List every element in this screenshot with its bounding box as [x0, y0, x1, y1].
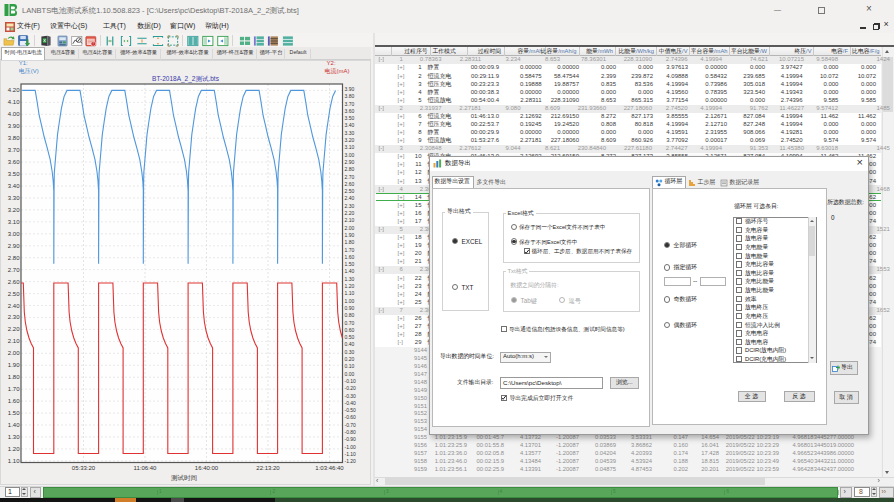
svg-text:2.80: 2.80 — [8, 255, 20, 261]
svg-text:2.70: 2.70 — [8, 267, 20, 273]
svg-text:05:33:20: 05:33:20 — [72, 465, 96, 471]
svg-text:-0.60: -0.60 — [345, 414, 357, 420]
svg-text:1.50: 1.50 — [8, 410, 20, 416]
svg-text:-1.00: -1.00 — [345, 444, 357, 450]
svg-text:0.90: 0.90 — [345, 305, 355, 311]
svg-text:4.20: 4.20 — [8, 87, 20, 93]
svg-text:3.70: 3.70 — [8, 147, 20, 153]
svg-text:-0.90: -0.90 — [345, 436, 357, 442]
svg-text:3.10: 3.10 — [8, 219, 20, 225]
svg-text:3.20: 3.20 — [345, 137, 355, 143]
svg-text:0.60: 0.60 — [345, 327, 355, 333]
svg-text:1.70: 1.70 — [345, 247, 355, 253]
svg-text:1.90: 1.90 — [8, 362, 20, 368]
svg-text:2.40: 2.40 — [345, 195, 355, 201]
svg-text:1.60: 1.60 — [345, 254, 355, 260]
svg-text:3.20: 3.20 — [8, 207, 20, 213]
svg-text:1.00: 1.00 — [345, 298, 355, 304]
svg-text:0.20: 0.20 — [345, 356, 355, 362]
svg-text:1.30: 1.30 — [345, 276, 355, 282]
svg-text:3.60: 3.60 — [8, 159, 20, 165]
svg-text:-0.30: -0.30 — [345, 393, 357, 399]
svg-text:-0.40: -0.40 — [345, 400, 357, 406]
svg-text:1.40: 1.40 — [345, 268, 355, 274]
svg-text:1.90: 1.90 — [345, 232, 355, 238]
svg-text:2.70: 2.70 — [345, 174, 355, 180]
svg-text:2.60: 2.60 — [8, 279, 20, 285]
svg-text:!: ! — [93, 41, 94, 46]
svg-text:-0.50: -0.50 — [345, 407, 357, 413]
svg-text:3.00: 3.00 — [8, 231, 20, 237]
svg-text:0.30: 0.30 — [345, 349, 355, 355]
svg-text:1.80: 1.80 — [8, 374, 20, 380]
svg-text:3.90: 3.90 — [8, 123, 20, 129]
svg-text:测试时间: 测试时间 — [171, 474, 197, 482]
svg-text:1.10: 1.10 — [345, 290, 355, 296]
svg-text:2.50: 2.50 — [8, 291, 20, 297]
svg-text:3.90: 3.90 — [345, 86, 355, 92]
svg-text:1.20: 1.20 — [345, 283, 355, 289]
svg-text:2.90: 2.90 — [345, 159, 355, 165]
svg-text:2.50: 2.50 — [345, 188, 355, 194]
svg-text:0.70: 0.70 — [345, 320, 355, 326]
svg-text:2.90: 2.90 — [8, 243, 20, 249]
svg-text:0.00: 0.00 — [345, 371, 355, 377]
svg-text:3.30: 3.30 — [345, 130, 355, 136]
svg-text:2.00: 2.00 — [345, 225, 355, 231]
svg-text:1.80: 1.80 — [345, 239, 355, 245]
svg-text:2.60: 2.60 — [345, 181, 355, 187]
svg-text:3.80: 3.80 — [345, 93, 355, 99]
svg-text:3.40: 3.40 — [345, 122, 355, 128]
svg-text:1.30: 1.30 — [8, 434, 20, 440]
svg-text:2.30: 2.30 — [345, 203, 355, 209]
svg-text:22:13:20: 22:13:20 — [256, 465, 280, 471]
svg-text:4.10: 4.10 — [8, 99, 20, 105]
svg-text:2.10: 2.10 — [345, 217, 355, 223]
svg-text:2.00: 2.00 — [8, 350, 20, 356]
svg-text:3.80: 3.80 — [8, 135, 20, 141]
svg-text:-0.70: -0.70 — [345, 422, 357, 428]
svg-text:3.50: 3.50 — [345, 115, 355, 121]
svg-text:4.00: 4.00 — [8, 111, 20, 117]
svg-text:0.80: 0.80 — [345, 312, 355, 318]
svg-text:3.00: 3.00 — [345, 152, 355, 158]
svg-text:2.20: 2.20 — [8, 326, 20, 332]
svg-text:0.10: 0.10 — [345, 363, 355, 369]
svg-text:1.40: 1.40 — [8, 422, 20, 428]
svg-text:2.20: 2.20 — [345, 210, 355, 216]
svg-text:1.60: 1.60 — [8, 398, 20, 404]
svg-text:1.10: 1.10 — [8, 458, 20, 464]
svg-text:-0.10: -0.10 — [345, 378, 357, 384]
svg-text:2.10: 2.10 — [8, 338, 20, 344]
svg-text:3.10: 3.10 — [345, 144, 355, 150]
svg-text:0.50: 0.50 — [345, 334, 355, 340]
svg-text:-0.20: -0.20 — [345, 385, 357, 391]
svg-text:0.40: 0.40 — [345, 341, 355, 347]
svg-text:2.80: 2.80 — [345, 166, 355, 172]
svg-text:3.70: 3.70 — [345, 101, 355, 107]
svg-text:11:06:40: 11:06:40 — [134, 465, 158, 471]
svg-text:-1.10: -1.10 — [345, 451, 357, 457]
svg-text:-0.80: -0.80 — [345, 429, 357, 435]
svg-text:1.50: 1.50 — [345, 261, 355, 267]
svg-text:3.60: 3.60 — [345, 108, 355, 114]
svg-text:3.30: 3.30 — [8, 195, 20, 201]
svg-text:3.40: 3.40 — [8, 183, 20, 189]
svg-text:2.40: 2.40 — [8, 303, 20, 309]
svg-text:-1.20: -1.20 — [345, 458, 357, 464]
svg-text:16:40:00: 16:40:00 — [195, 465, 219, 471]
svg-text:3.50: 3.50 — [8, 171, 20, 177]
svg-text:2.30: 2.30 — [8, 314, 20, 320]
svg-text:1.20: 1.20 — [8, 446, 20, 452]
svg-text:1.70: 1.70 — [8, 386, 20, 392]
svg-text:1:03:46:40: 1:03:46:40 — [315, 465, 344, 471]
